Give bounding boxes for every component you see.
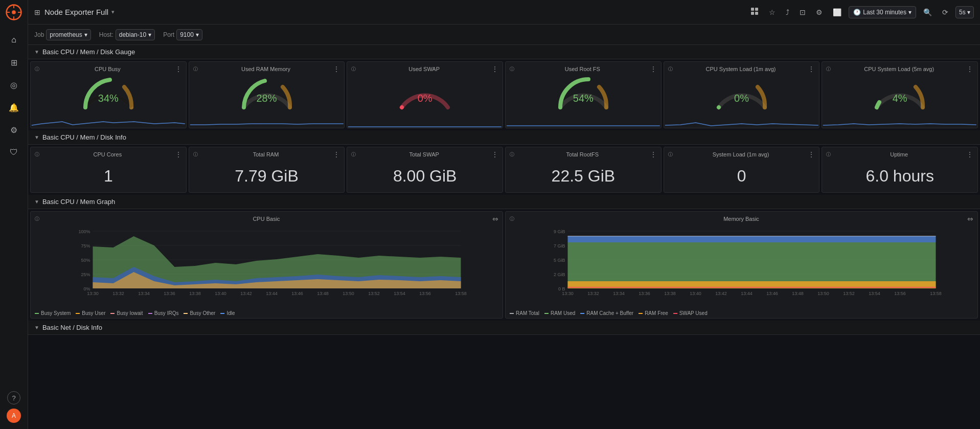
panel-menu-icon[interactable]: ⋮: [175, 150, 182, 159]
refresh-interval[interactable]: 5s ▾: [955, 6, 974, 18]
info-icon[interactable]: ⓘ: [510, 216, 514, 222]
main-content: ⊞ Node Exporter Full ▾ ☆ ⤴ ⊡ ⚙ ⬜ 🕐 Last …: [28, 0, 980, 429]
panel-menu-icon[interactable]: ⋮: [966, 65, 973, 73]
panel-menu-icon[interactable]: ⋮: [491, 150, 498, 159]
info-icon[interactable]: ⓘ: [35, 216, 39, 222]
panel-cpu-load-1m-title: CPU System Load (1m avg): [674, 66, 808, 72]
panel-menu-icon[interactable]: ⇔: [492, 215, 498, 223]
settings-button[interactable]: ⚙: [813, 6, 826, 18]
legend-ram-cache: RAM Cache + Buffer: [580, 310, 633, 316]
search-button[interactable]: 🔍: [920, 6, 935, 18]
panel-cpu-load-5m: ⓘ CPU System Load (5m avg) ⋮ 4%: [822, 61, 978, 128]
sidebar-item-home[interactable]: ⌂: [4, 30, 24, 50]
time-range-label: Last 30 minutes: [863, 9, 906, 16]
gauge-section-title: Basic CPU / Mem / Disk Gauge: [42, 48, 135, 56]
panel-cpu-graph-header: ⓘ CPU Basic ⇔: [31, 212, 503, 224]
share-button[interactable]: ⤴: [783, 6, 792, 18]
topbar: ⊞ Node Exporter Full ▾ ☆ ⤴ ⊡ ⚙ ⬜ 🕐 Last …: [28, 0, 980, 25]
port-select[interactable]: 9100 ▾: [176, 29, 202, 40]
legend-ram-total: RAM Total: [510, 310, 539, 316]
legend-busy-user: Busy User: [76, 310, 105, 316]
panel-menu-icon[interactable]: ⋮: [175, 65, 182, 73]
panel-used-rootfs-title: Used Root FS: [515, 66, 650, 72]
sidebar-item-dashboards[interactable]: ⊞: [4, 52, 24, 73]
info-icon[interactable]: ⓘ: [351, 151, 356, 158]
panel-used-ram-header: ⓘ Used RAM Memory ⋮: [189, 62, 345, 74]
title-text: Node Exporter Full: [44, 8, 108, 16]
graph-section-header[interactable]: ▼ Basic CPU / Mem Graph: [28, 195, 980, 209]
stat-panel-grid: ⓘ CPU Cores ⋮ 1 ⓘ Total RAM ⋮ 7.79 GiB ⓘ…: [28, 145, 980, 195]
sidebar-item-admin[interactable]: 🛡: [4, 142, 24, 163]
cpu-load-1m-sparkline: [664, 112, 819, 128]
panel-total-rootfs-title: Total RootFS: [515, 151, 650, 157]
legend-ram-used: RAM Used: [544, 310, 575, 316]
cpu-busy-value: 34%: [98, 93, 119, 104]
panel-used-swap-title: Used SWAP: [357, 66, 491, 72]
panel-menu-icon[interactable]: ⋮: [650, 150, 657, 159]
snapshot-button[interactable]: ⊡: [796, 6, 809, 18]
info-icon[interactable]: ⓘ: [826, 66, 831, 73]
port-arrow: ▾: [196, 31, 199, 38]
info-icon[interactable]: ⓘ: [510, 66, 514, 73]
net-chevron-icon: ▼: [34, 325, 39, 330]
panel-used-swap: ⓘ Used SWAP ⋮ 0%: [347, 61, 503, 128]
panel-menu-icon[interactable]: ⋮: [808, 150, 815, 159]
refresh-interval-label: 5s: [959, 9, 966, 16]
info-icon[interactable]: ⓘ: [668, 151, 673, 158]
panel-uptime-header: ⓘ Uptime ⋮: [822, 147, 977, 160]
dashboard-icon: ⊞: [34, 8, 40, 16]
filter-host: Host: debian-10 ▾: [99, 29, 155, 40]
panel-menu-icon[interactable]: ⇔: [967, 215, 973, 223]
sidebar-item-configuration[interactable]: ⚙: [4, 120, 24, 140]
panel-menu-icon[interactable]: ⋮: [650, 65, 657, 73]
svg-text:13:32: 13:32: [587, 291, 599, 296]
panel-menu-icon[interactable]: ⋮: [808, 65, 815, 73]
host-select[interactable]: debian-10 ▾: [116, 29, 155, 40]
svg-text:13:50: 13:50: [343, 291, 354, 296]
panel-cpu-busy-header: ⓘ CPU Busy ⋮: [31, 62, 186, 74]
panel-menu-icon[interactable]: ⋮: [966, 150, 973, 159]
cpu-load-5m-value: 4%: [893, 93, 907, 104]
sidebar-item-help[interactable]: ?: [7, 391, 20, 404]
panel-used-ram-body: 28%: [189, 74, 345, 112]
svg-text:75%: 75%: [81, 243, 90, 249]
panel-used-rootfs-body: 54%: [506, 74, 661, 112]
info-icon[interactable]: ⓘ: [826, 151, 831, 158]
info-icon[interactable]: ⓘ: [193, 66, 198, 73]
info-icon[interactable]: ⓘ: [510, 151, 514, 158]
svg-text:13:42: 13:42: [240, 291, 252, 296]
title-dropdown-arrow[interactable]: ▾: [111, 9, 115, 15]
panel-menu-icon[interactable]: ⋮: [333, 65, 340, 73]
svg-text:13:30: 13:30: [87, 291, 99, 296]
info-icon[interactable]: ⓘ: [35, 66, 39, 73]
add-panel-button[interactable]: [747, 5, 762, 19]
net-section-title: Basic Net / Disk Info: [42, 324, 102, 331]
legend-busy-system: Busy System: [35, 310, 71, 316]
topbar-left: ⊞ Node Exporter Full ▾: [34, 8, 115, 16]
gauge-section-header[interactable]: ▼ Basic CPU / Mem / Disk Gauge: [28, 45, 980, 59]
svg-text:5 GiB: 5 GiB: [554, 258, 565, 263]
info-icon[interactable]: ⓘ: [193, 151, 198, 158]
svg-text:13:58: 13:58: [930, 291, 942, 296]
info-section-header[interactable]: ▼ Basic CPU / Mem / Disk Info: [28, 130, 980, 145]
star-button[interactable]: ☆: [766, 6, 779, 18]
tv-mode-button[interactable]: ⬜: [830, 6, 845, 18]
panel-cpu-cores-title: CPU Cores: [40, 151, 175, 157]
info-icon[interactable]: ⓘ: [668, 66, 673, 73]
grafana-logo[interactable]: [6, 4, 22, 20]
info-icon[interactable]: ⓘ: [351, 66, 356, 73]
port-value: 9100: [180, 31, 194, 38]
time-range-selector[interactable]: 🕐 Last 30 minutes ▾: [849, 6, 916, 18]
panel-menu-icon[interactable]: ⋮: [333, 150, 340, 159]
net-section-header[interactable]: ▼ Basic Net / Disk Info: [28, 321, 980, 335]
svg-text:13:40: 13:40: [690, 291, 701, 296]
used-swap-gauge: 0%: [347, 74, 503, 112]
job-select[interactable]: prometheus ▾: [46, 29, 90, 40]
user-avatar[interactable]: A: [7, 409, 21, 423]
panel-menu-icon[interactable]: ⋮: [491, 65, 498, 73]
sidebar-item-alerting[interactable]: 🔔: [4, 97, 24, 118]
used-ram-gauge: 28%: [189, 74, 345, 112]
refresh-button[interactable]: ⟳: [939, 6, 951, 18]
sidebar-item-explore[interactable]: ◎: [4, 75, 24, 95]
info-icon[interactable]: ⓘ: [35, 151, 39, 158]
